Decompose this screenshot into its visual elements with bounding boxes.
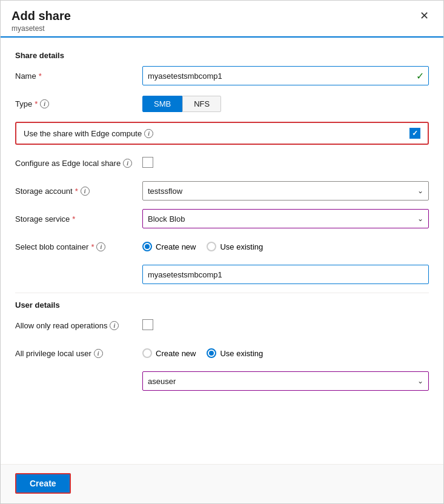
privilege-user-row: All privilege local user i Create new Us… bbox=[15, 343, 429, 363]
blob-container-info-icon[interactable]: i bbox=[96, 242, 105, 251]
allow-read-row: Allow only read operations i bbox=[15, 316, 429, 335]
blob-container-required: * bbox=[91, 242, 94, 251]
name-label: Name * bbox=[15, 71, 142, 81]
storage-service-value: Block Blob bbox=[148, 214, 185, 224]
storage-account-arrow-icon: ⌄ bbox=[417, 187, 423, 195]
name-required: * bbox=[39, 71, 42, 81]
edge-local-checkbox[interactable] bbox=[142, 157, 153, 168]
type-control: SMB NFS bbox=[142, 96, 429, 112]
storage-account-label: Storage account * i bbox=[15, 187, 142, 196]
dialog-footer: Create bbox=[1, 464, 443, 503]
name-control: ✓ bbox=[142, 66, 429, 85]
storage-service-row: Storage service * Block Blob ⌄ bbox=[15, 209, 429, 228]
privilege-user-radio-group: Create new Use existing bbox=[142, 348, 429, 358]
storage-account-info-icon[interactable]: i bbox=[81, 187, 90, 196]
blob-use-existing-radio[interactable] bbox=[207, 242, 216, 251]
storage-service-control: Block Blob ⌄ bbox=[142, 209, 429, 228]
blob-container-label: Select blob container * i bbox=[15, 242, 142, 251]
type-toggle-group: SMB NFS bbox=[142, 96, 429, 112]
blob-container-radio-group: Create new Use existing bbox=[142, 242, 429, 251]
privilege-user-value: aseuser bbox=[148, 377, 176, 386]
edge-compute-row: Use the share with Edge compute i bbox=[15, 122, 429, 145]
type-smb-option[interactable]: SMB bbox=[142, 96, 182, 112]
storage-account-value: testssflow bbox=[148, 187, 182, 196]
storage-service-arrow-icon: ⌄ bbox=[417, 214, 423, 223]
blob-sub-input-control bbox=[142, 265, 429, 284]
allow-read-checkbox[interactable] bbox=[142, 319, 153, 330]
privilege-create-new-radio[interactable] bbox=[142, 348, 152, 358]
privilege-user-arrow-icon: ⌄ bbox=[417, 377, 423, 385]
type-label: Type * i bbox=[15, 99, 142, 108]
blob-container-control: Create new Use existing bbox=[142, 242, 429, 251]
storage-account-control: testssflow ⌄ bbox=[142, 181, 429, 201]
privilege-sub-spacer bbox=[15, 371, 142, 391]
type-required: * bbox=[35, 99, 38, 108]
edge-compute-checkbox-wrapper bbox=[409, 128, 420, 139]
edge-local-control bbox=[142, 157, 429, 170]
edge-local-row: Configure as Edge local share i bbox=[15, 153, 429, 173]
type-nfs-option[interactable]: NFS bbox=[182, 96, 221, 112]
type-info-icon[interactable]: i bbox=[40, 99, 49, 108]
blob-sub-input-row bbox=[15, 265, 429, 284]
privilege-user-info-icon[interactable]: i bbox=[94, 349, 103, 358]
storage-account-select[interactable]: testssflow ⌄ bbox=[142, 181, 429, 201]
dialog-title: Add share bbox=[12, 9, 71, 23]
edge-local-label: Configure as Edge local share i bbox=[15, 159, 142, 168]
privilege-user-select[interactable]: aseuser ⌄ bbox=[142, 371, 429, 391]
privilege-use-existing-option[interactable]: Use existing bbox=[207, 348, 263, 358]
name-row: Name * ✓ bbox=[15, 66, 429, 85]
storage-service-required: * bbox=[72, 214, 75, 224]
blob-container-row: Select blob container * i Create new Use… bbox=[15, 237, 429, 256]
privilege-sub-control: aseuser ⌄ bbox=[142, 371, 429, 391]
close-button[interactable]: ✕ bbox=[416, 9, 432, 22]
allow-read-control bbox=[142, 319, 429, 332]
privilege-use-existing-radio[interactable] bbox=[207, 348, 216, 358]
user-details-section: User details bbox=[15, 300, 429, 310]
add-share-dialog: Add share myasetest ✕ Share details Name… bbox=[0, 0, 444, 504]
allow-read-label: Allow only read operations i bbox=[15, 321, 142, 330]
blob-container-input[interactable] bbox=[142, 265, 429, 284]
privilege-sub-input-row: aseuser ⌄ bbox=[15, 371, 429, 391]
header-text: Add share myasetest bbox=[12, 9, 71, 33]
storage-account-row: Storage account * i testssflow ⌄ bbox=[15, 181, 429, 201]
blob-create-new-radio[interactable] bbox=[142, 242, 152, 251]
edge-compute-checkbox[interactable] bbox=[409, 128, 420, 139]
name-input-wrapper: ✓ bbox=[142, 66, 429, 85]
section-divider bbox=[15, 293, 429, 293]
dialog-body: Share details Name * ✓ Type * i bbox=[1, 38, 443, 464]
blob-sub-spacer bbox=[15, 265, 142, 284]
edge-compute-info-icon[interactable]: i bbox=[144, 129, 153, 138]
name-input[interactable] bbox=[142, 66, 429, 85]
type-row: Type * i SMB NFS bbox=[15, 94, 429, 113]
privilege-user-label: All privilege local user i bbox=[15, 349, 142, 358]
name-check-icon: ✓ bbox=[416, 70, 424, 82]
storage-service-select[interactable]: Block Blob ⌄ bbox=[142, 209, 429, 228]
privilege-user-control: Create new Use existing bbox=[142, 348, 429, 358]
storage-service-label: Storage service * bbox=[15, 214, 142, 224]
storage-account-required: * bbox=[75, 187, 78, 196]
edge-local-info-icon[interactable]: i bbox=[123, 159, 132, 168]
share-details-section: Share details bbox=[15, 51, 429, 60]
allow-read-info-icon[interactable]: i bbox=[110, 321, 119, 330]
dialog-header: Add share myasetest ✕ bbox=[1, 1, 443, 38]
blob-use-existing-option[interactable]: Use existing bbox=[207, 242, 263, 251]
create-button[interactable]: Create bbox=[15, 473, 71, 494]
edge-compute-label: Use the share with Edge compute i bbox=[24, 129, 402, 138]
privilege-create-new-option[interactable]: Create new bbox=[142, 348, 196, 358]
blob-create-new-option[interactable]: Create new bbox=[142, 242, 196, 251]
dialog-subtitle: myasetest bbox=[12, 24, 71, 33]
